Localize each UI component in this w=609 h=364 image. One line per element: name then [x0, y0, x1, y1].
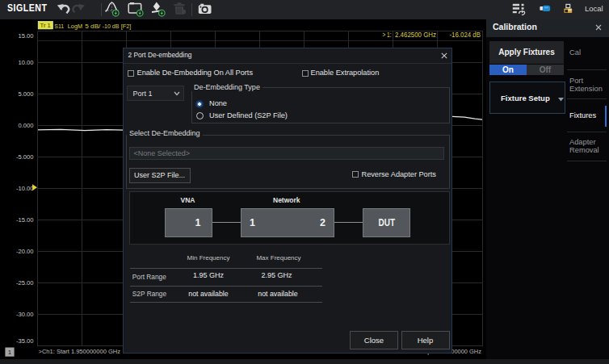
svg-text:> 1:: > 1: [383, 31, 392, 39]
svg-text:Tr 1: Tr 1 [40, 22, 51, 29]
svg-text:5 dB/: 5 dB/ [85, 23, 101, 30]
svg-text:[F2]: [F2] [121, 23, 132, 30]
svg-text:2.462500 GHz: 2.462500 GHz [395, 31, 436, 39]
svg-text:1: 1 [8, 349, 12, 356]
svg-text:S11: S11 [54, 23, 64, 30]
svg-text:-20.00: -20.00 [16, 248, 34, 255]
svg-text:Local: Local [585, 4, 603, 13]
svg-text:-30.00: -30.00 [16, 311, 34, 318]
svg-text:-16.024 dB: -16.024 dB [450, 31, 481, 39]
svg-text:-10.00: -10.00 [16, 185, 34, 192]
svg-text:-35.00: -35.00 [16, 337, 34, 345]
svg-text:15.00: 15.00 [18, 32, 33, 40]
svg-text:-5.000: -5.000 [16, 153, 34, 161]
svg-text:>Ch1: Start 1.950000000 GHz: >Ch1: Start 1.950000000 GHz [39, 348, 121, 355]
svg-text:5.000: 5.000 [18, 90, 33, 98]
svg-text:LogM: LogM [68, 23, 82, 30]
svg-text:-10 dB: -10 dB [103, 23, 120, 30]
svg-text:-25.00: -25.00 [16, 279, 34, 287]
svg-text:-15.00: -15.00 [16, 216, 34, 224]
svg-text:0.000: 0.000 [18, 122, 33, 129]
svg-text:10.00: 10.00 [18, 59, 33, 66]
